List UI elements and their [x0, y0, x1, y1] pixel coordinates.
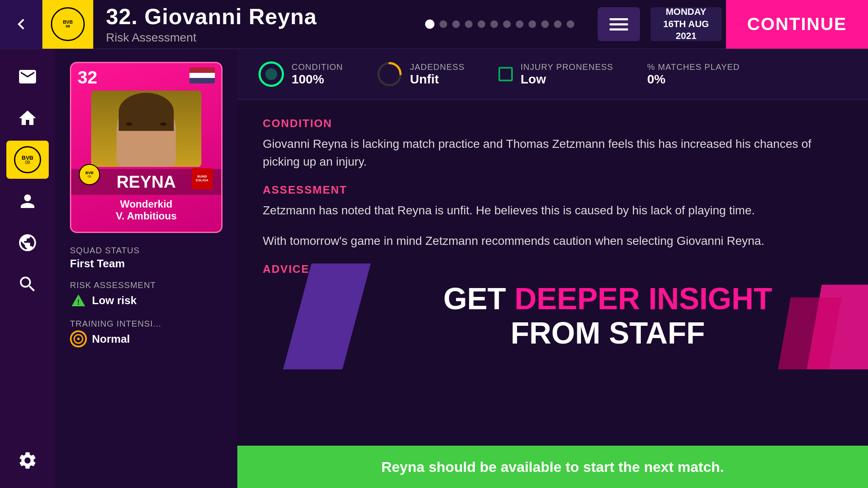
sidebar-item-mail[interactable]	[6, 58, 49, 96]
header: BVB 09 32. Giovanni Reyna Risk Assessmen…	[0, 0, 868, 49]
card-league-badge: BUNDESLIGA	[192, 168, 213, 189]
svg-point-5	[265, 68, 277, 80]
dot-9[interactable]	[529, 20, 536, 28]
dot-3[interactable]	[452, 20, 460, 28]
injury-stat: INJURY PRONENESS Low	[498, 62, 613, 86]
dot-10[interactable]	[541, 20, 549, 28]
squad-status-label: SQUAD STATUS	[70, 246, 223, 255]
risk-assessment-row: RISK ASSESSMENT ! Low risk	[70, 280, 223, 309]
sidebar-item-globe[interactable]	[6, 224, 49, 262]
jadedness-indicator	[377, 61, 402, 87]
dot-11[interactable]	[554, 20, 562, 28]
squad-status-value: First Team	[70, 257, 223, 270]
risk-icon: !	[70, 292, 87, 309]
back-icon	[11, 14, 32, 35]
club-logo-header: BVB 09	[42, 0, 93, 49]
stats-bar: CONDITION 100% JADEDNESS Unfit INJURY PR…	[237, 49, 868, 100]
training-value-row: Normal	[70, 330, 223, 347]
condition-stat: CONDITION 100%	[259, 61, 343, 87]
menu-line-3	[609, 28, 628, 30]
card-trait-2: V. Ambitious	[78, 210, 215, 222]
injury-info: INJURY PRONENESS Low	[520, 62, 613, 86]
training-icon	[70, 330, 87, 347]
card-flag	[189, 67, 215, 83]
promo-overlay: GET DEEPER INSIGHT FROM STAFF	[263, 263, 868, 369]
header-player-info: 32. Giovanni Reyna Risk Assessment	[93, 4, 408, 44]
sidebar-item-club[interactable]: BVB 09	[6, 141, 49, 179]
assessment-section-body2: With tomorrow's game in mind Zetzmann re…	[263, 232, 843, 250]
risk-value: Low risk	[92, 294, 136, 307]
player-section: 32 BVB 09 B	[55, 49, 237, 488]
jadedness-stat: JADEDNESS Unfit	[377, 61, 465, 87]
player-photo	[91, 91, 201, 167]
settings-icon	[17, 450, 38, 471]
flag-red	[189, 67, 215, 73]
condition-value: 100%	[292, 72, 343, 86]
condition-section-body: Giovanni Reyna is lacking match practice…	[263, 135, 843, 171]
assessment-section-body1: Zetzmann has noted that Reyna is unfit. …	[263, 202, 843, 219]
sidebar-item-search[interactable]	[6, 265, 49, 303]
sidebar-item-settings[interactable]	[6, 441, 49, 480]
sidebar-item-person[interactable]	[6, 182, 49, 220]
injury-label: INJURY PRONENESS	[520, 62, 613, 72]
sidebar-nav: BVB 09	[0, 49, 55, 488]
jadedness-value: Unfit	[410, 72, 465, 86]
date-text: MONDAY 16TH AUG 2021	[663, 6, 709, 42]
promo-line2: FROM STAFF	[348, 316, 868, 351]
dot-5[interactable]	[478, 20, 485, 28]
continue-button[interactable]: CONTINUE	[726, 0, 868, 49]
risk-assessment-label: RISK ASSESSMENT	[70, 280, 223, 290]
condition-check-icon	[265, 68, 278, 80]
mail-icon	[17, 67, 38, 87]
flag-blue	[189, 78, 215, 83]
card-club-badge: BVB 09	[79, 164, 100, 185]
flag-white	[189, 73, 215, 78]
dot-6[interactable]	[490, 20, 498, 28]
condition-info: CONDITION 100%	[292, 62, 343, 86]
squad-status-row: SQUAD STATUS First Team	[70, 246, 223, 270]
menu-line-2	[609, 23, 628, 25]
matches-label: % MATCHES PLAYED	[647, 62, 740, 72]
dot-7[interactable]	[503, 20, 511, 28]
dot-1[interactable]	[425, 19, 434, 29]
svg-point-4	[77, 338, 80, 340]
search-icon	[17, 274, 38, 294]
bvb-badge-icon: BVB 09	[14, 146, 41, 173]
person-icon	[17, 191, 38, 211]
jadedness-arc-icon	[377, 61, 402, 87]
promo-text: GET DEEPER INSIGHT FROM STAFF	[348, 282, 868, 350]
dot-8[interactable]	[516, 20, 523, 28]
dot-4[interactable]	[465, 20, 473, 28]
player-card: 32 BVB 09 B	[70, 62, 223, 233]
continue-label: CONTINUE	[747, 14, 847, 34]
training-circle-icon	[70, 330, 87, 347]
risk-triangle-icon: !	[71, 293, 86, 308]
training-row: TRAINING INTENSI... Normal	[70, 319, 223, 347]
dot-2[interactable]	[440, 20, 447, 28]
card-number: 32	[78, 67, 97, 88]
dot-12[interactable]	[567, 20, 574, 28]
matches-value: 0%	[647, 72, 740, 86]
injury-indicator	[498, 67, 513, 81]
svg-text:!: !	[77, 299, 79, 306]
back-button[interactable]	[0, 0, 42, 49]
training-value: Normal	[92, 333, 130, 346]
content-area: CONDITION Giovanni Reyna is lacking matc…	[237, 100, 868, 446]
main-content: CONDITION 100% JADEDNESS Unfit INJURY PR…	[237, 49, 868, 488]
page-subtitle: Risk Assessment	[106, 31, 395, 44]
assessment-section-title: ASSESSMENT	[263, 183, 843, 197]
bvb-logo-small: BVB 09	[51, 7, 85, 41]
home-icon	[17, 108, 38, 128]
condition-circle	[259, 61, 284, 87]
player-stats: SQUAD STATUS First Team RISK ASSESSMENT …	[64, 246, 229, 358]
risk-value-row: ! Low risk	[70, 292, 223, 309]
matches-info: % MATCHES PLAYED 0%	[647, 62, 740, 86]
card-traits: Wonderkid V. Ambitious	[78, 195, 215, 225]
menu-button[interactable]	[598, 7, 640, 41]
condition-label: CONDITION	[292, 62, 343, 72]
menu-line-1	[609, 18, 628, 20]
sidebar-item-home[interactable]	[6, 99, 49, 137]
pagination	[408, 19, 591, 29]
condition-section-title: CONDITION	[263, 117, 843, 130]
player-full-name: 32. Giovanni Reyna	[106, 4, 395, 29]
